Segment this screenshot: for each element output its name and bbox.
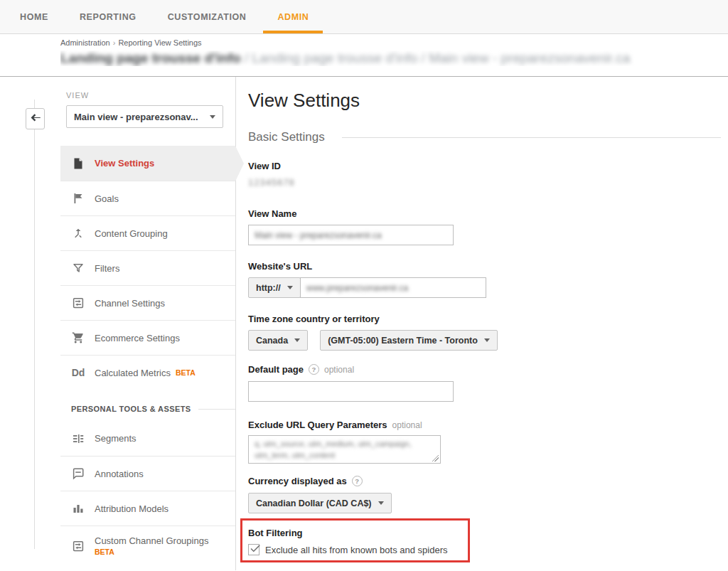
website-url-label: Website's URL xyxy=(248,261,721,272)
timezone-label: Time zone country or territory xyxy=(248,314,721,324)
breadcrumb-administration[interactable]: Administration xyxy=(60,38,110,47)
currency-dropdown[interactable]: Canadian Dollar (CAD CA$) xyxy=(248,493,392,513)
view-id-label: View ID xyxy=(248,161,721,171)
default-page-input[interactable] xyxy=(248,381,454,402)
view-name-input[interactable]: Main view - preparezsonavenir.ca xyxy=(248,225,454,245)
help-icon[interactable]: ? xyxy=(309,364,319,375)
exclude-params-textarea[interactable]: q, utm_source, utm_medium, utm_campaign,… xyxy=(248,435,441,464)
sidebar-item-label: Ecommerce Settings xyxy=(95,333,180,343)
back-button[interactable] xyxy=(26,108,45,129)
merge-icon xyxy=(71,227,85,240)
default-page-label-row: Default page ? optional xyxy=(248,363,721,375)
sidebar-item-view-settings[interactable]: View Settings xyxy=(60,146,235,181)
sidebar-item-label: View Settings xyxy=(95,158,154,169)
sidebar-item-goals[interactable]: Goals xyxy=(60,181,235,215)
sidebar-item-segments[interactable]: Segments xyxy=(60,421,235,456)
view-selector-value: Main view - preparezsonav... xyxy=(74,112,198,122)
website-url-input[interactable]: www.preparezsonavenir.ca xyxy=(300,277,486,298)
page-title: View Settings xyxy=(248,88,721,112)
sidebar-item-content-grouping[interactable]: Content Grouping xyxy=(60,215,235,250)
url-protocol-dropdown[interactable]: http:// xyxy=(248,277,301,298)
nav-tab-customization[interactable]: CUSTOMIZATION xyxy=(168,0,247,33)
annotation-icon xyxy=(71,467,85,480)
header-strip: Administration›Reporting View Settings L… xyxy=(0,34,728,77)
timezone-country-value: Canada xyxy=(256,336,288,346)
document-icon xyxy=(71,157,85,170)
sidebar-item-label: Filters xyxy=(95,263,119,274)
sidebar-item-annotations[interactable]: Annotations xyxy=(60,456,235,491)
checkmark-icon xyxy=(249,542,262,555)
bot-filtering-checkbox-label: Exclude all hits from known bots and spi… xyxy=(265,545,448,555)
sidebar-item-label: Annotations xyxy=(95,469,144,479)
currency-row: Canadian Dollar (CAD CA$) xyxy=(248,493,721,513)
website-url-row: http:// www.preparezsonavenir.ca xyxy=(248,277,721,298)
bot-filtering-checkbox[interactable] xyxy=(248,544,259,555)
currency-value: Canadian Dollar (CAD CA$) xyxy=(256,498,372,508)
sidebar-item-channel-settings[interactable]: Channel Settings xyxy=(60,285,235,320)
sidebar-item-filters[interactable]: Filters xyxy=(60,250,235,285)
nav-tab-reporting[interactable]: REPORTING xyxy=(80,0,136,33)
flag-icon xyxy=(71,192,85,205)
bot-filtering-label: Bot Filtering xyxy=(248,528,476,538)
view-name-label: View Name xyxy=(248,208,721,219)
channel-icon xyxy=(71,297,85,309)
nav-tab-home[interactable]: HOME xyxy=(20,0,48,33)
caret-down-icon xyxy=(484,338,490,342)
caret-down-icon xyxy=(294,338,300,342)
account-title-secondary-redacted: / Landing page trousse d'info / Main vie… xyxy=(241,50,631,65)
breadcrumb-separator: › xyxy=(113,38,116,47)
view-selector-block: VIEW Main view - preparezsonav... xyxy=(66,91,223,128)
currency-label: Currency displayed as xyxy=(248,476,347,486)
view-settings-panel: View Settings Basic Settings View ID 123… xyxy=(236,77,728,570)
caret-down-icon xyxy=(287,286,293,289)
view-name-value-redacted: Main view - preparezsonavenir.ca xyxy=(255,230,382,240)
dd-icon: Dd xyxy=(71,367,85,378)
admin-sidebar: VIEW Main view - preparezsonav... View S… xyxy=(0,77,236,570)
ga-admin-page: HOME REPORTING CUSTOMIZATION ADMIN Admin… xyxy=(0,0,728,570)
funnel-icon xyxy=(71,262,85,274)
default-page-label: Default page xyxy=(248,364,304,375)
section-title-text: Basic Settings xyxy=(248,130,325,144)
sidebar-item-label: Content Grouping xyxy=(95,228,168,239)
optional-text: optional xyxy=(392,420,422,430)
beta-badge: BETA xyxy=(176,368,196,377)
timezone-zone-value: (GMT-05:00) Eastern Time - Toronto xyxy=(328,336,478,346)
top-nav: HOME REPORTING CUSTOMIZATION ADMIN xyxy=(0,0,728,34)
sidebar-menu: View Settings Goals Content Grouping xyxy=(60,146,235,565)
nav-tab-admin[interactable]: ADMIN xyxy=(277,0,309,33)
sidebar-item-label: Attribution Models xyxy=(95,503,168,514)
sidebar-item-label: Channel Settings xyxy=(95,298,165,309)
sidebar-item-custom-channel-groupings[interactable]: Custom Channel Groupings BETA xyxy=(60,525,235,565)
sidebar-item-attribution-models[interactable]: Attribution Models xyxy=(60,491,235,525)
sidebar-item-label: Custom Channel Groupings xyxy=(95,535,208,548)
timezone-country-dropdown[interactable]: Canada xyxy=(248,330,308,351)
sidebar-item-label: Goals xyxy=(95,193,119,204)
exclude-params-value-redacted: q, utm_source, utm_medium, utm_campaign,… xyxy=(255,439,412,459)
bot-filtering-section: Bot Filtering Exclude all hits from know… xyxy=(248,528,476,556)
sidebar-item-label: Segments xyxy=(95,433,136,444)
basic-settings-section-title: Basic Settings xyxy=(248,129,721,145)
breadcrumb-current-page: Reporting View Settings xyxy=(118,38,201,47)
exclude-params-label: Exclude URL Query Parameters xyxy=(248,420,387,430)
account-title: Landing page trousse d'info / Landing pa… xyxy=(60,50,721,66)
account-title-primary-redacted: Landing page trousse d'info xyxy=(60,50,241,65)
sidebar-item-label: Calculated Metrics xyxy=(95,368,171,378)
content-area: VIEW Main view - preparezsonav... View S… xyxy=(0,77,728,570)
sidebar-section-personal-tools: PERSONAL TOOLS & ASSETS xyxy=(60,397,235,421)
currency-label-row: Currency displayed as ? xyxy=(248,475,721,487)
segments-icon xyxy=(71,432,85,445)
url-protocol-value: http:// xyxy=(256,283,281,293)
view-id-value-redacted: 12345678 xyxy=(248,177,305,190)
sidebar-guide-line xyxy=(34,100,35,549)
beta-badge: BETA xyxy=(95,547,208,557)
exclude-params-label-row: Exclude URL Query Parameters optional xyxy=(248,419,721,431)
timezone-zone-dropdown[interactable]: (GMT-05:00) Eastern Time - Toronto xyxy=(320,330,498,351)
view-selector-dropdown[interactable]: Main view - preparezsonav... xyxy=(66,105,223,128)
optional-text: optional xyxy=(324,365,354,375)
caret-down-icon xyxy=(210,115,215,119)
sidebar-item-ecommerce-settings[interactable]: Ecommerce Settings xyxy=(60,320,235,355)
sidebar-item-calculated-metrics[interactable]: Dd Calculated Metrics BETA xyxy=(60,355,235,390)
resize-handle-icon[interactable] xyxy=(432,455,439,461)
help-icon[interactable]: ? xyxy=(352,476,363,486)
bar-chart-icon xyxy=(71,502,85,515)
